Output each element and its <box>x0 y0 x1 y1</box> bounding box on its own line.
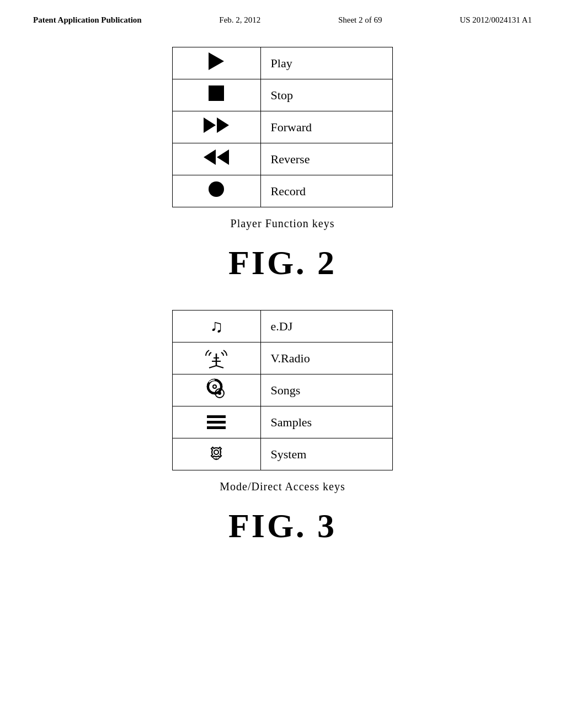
reverse-label: Reverse <box>271 152 310 166</box>
table-row: ♫ e.DJ <box>173 311 393 342</box>
player-function-table: Play Stop Forward <box>172 47 393 207</box>
line-3 <box>207 426 226 429</box>
system-label: System <box>271 447 307 461</box>
forward-tri-2 <box>217 117 229 133</box>
publication-label: Patent Application Publication <box>33 15 142 25</box>
table-row: Record <box>173 175 393 207</box>
samples-icon-cell <box>173 406 261 438</box>
record-icon <box>209 181 224 197</box>
patent-number-label: US 2012/0024131 A1 <box>460 15 532 25</box>
fig2-label: FIG. 2 <box>228 243 337 282</box>
table-row: Samples <box>173 406 393 438</box>
mode-access-table: ♫ e.DJ <box>172 310 393 470</box>
svg-line-2 <box>216 366 223 368</box>
stop-label: Stop <box>271 88 293 102</box>
songs-label: Songs <box>271 383 301 397</box>
line-2 <box>207 421 226 424</box>
cd-svg <box>205 377 228 400</box>
record-label: Record <box>271 184 306 198</box>
sheet-label: Sheet 2 of 69 <box>338 15 382 25</box>
edj-label: e.DJ <box>271 319 293 333</box>
cd-icon-cell <box>173 374 261 406</box>
reverse-tri-2 <box>217 149 229 165</box>
play-icon-cell <box>173 47 261 79</box>
table-row: Songs <box>173 374 393 406</box>
page-content: Play Stop Forward <box>0 30 565 590</box>
vradio-label-cell: V.Radio <box>260 342 392 374</box>
table-row: Forward <box>173 111 393 143</box>
vradio-label: V.Radio <box>271 351 310 365</box>
songs-label-cell: Songs <box>260 374 392 406</box>
forward-label: Forward <box>271 120 312 134</box>
forward-label-cell: Forward <box>260 111 392 143</box>
svg-point-8 <box>214 386 216 388</box>
date-label: Feb. 2, 2012 <box>219 15 260 25</box>
stop-icon <box>209 85 224 101</box>
line-1 <box>207 415 226 418</box>
forward-tri-1 <box>204 117 216 133</box>
radio-tower-svg <box>204 344 229 369</box>
edj-label-cell: e.DJ <box>260 311 392 342</box>
gear-icon <box>205 449 227 467</box>
radio-tower-icon <box>204 355 229 372</box>
fig2-caption: Player Function keys <box>231 217 335 230</box>
cd-disc-icon <box>205 386 228 403</box>
list-lines-icon <box>173 415 260 429</box>
stop-icon-cell <box>173 79 261 111</box>
reverse-icon-cell <box>173 143 261 175</box>
svg-point-10 <box>218 392 221 395</box>
svg-point-11 <box>214 450 218 454</box>
system-label-cell: System <box>260 438 392 470</box>
radio-icon-cell <box>173 342 261 374</box>
reverse-icon <box>204 149 229 165</box>
samples-label-cell: Samples <box>260 406 392 438</box>
forward-icon-cell <box>173 111 261 143</box>
play-icon <box>209 52 224 70</box>
svg-line-1 <box>209 366 216 368</box>
page-header: Patent Application Publication Feb. 2, 2… <box>0 0 565 30</box>
forward-icon <box>204 117 229 133</box>
fig3-label: FIG. 3 <box>228 506 337 545</box>
table-row: Play <box>173 47 393 79</box>
gear-svg <box>205 441 227 463</box>
reverse-label-cell: Reverse <box>260 143 392 175</box>
play-label: Play <box>271 56 292 70</box>
record-icon-cell <box>173 175 261 207</box>
table-row: Stop <box>173 79 393 111</box>
music-note-icon: ♫ <box>210 316 223 336</box>
table-row: V.Radio <box>173 342 393 374</box>
table-row: System <box>173 438 393 470</box>
stop-label-cell: Stop <box>260 79 392 111</box>
play-label-cell: Play <box>260 47 392 79</box>
fig3-caption: Mode/Direct Access keys <box>220 480 345 493</box>
reverse-tri-1 <box>204 149 216 165</box>
music-icon-cell: ♫ <box>173 311 261 342</box>
record-label-cell: Record <box>260 175 392 207</box>
table-row: Reverse <box>173 143 393 175</box>
samples-label: Samples <box>271 415 312 429</box>
system-icon-cell <box>173 438 261 470</box>
